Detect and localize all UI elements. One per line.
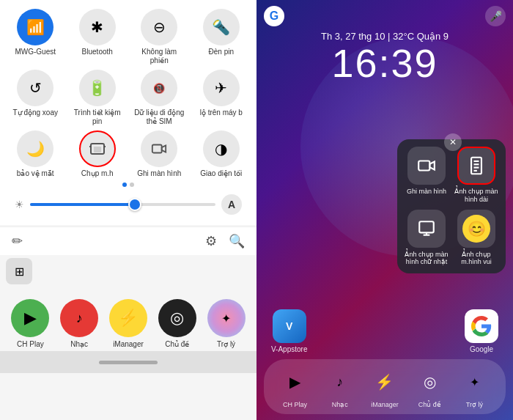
popup-rect-screenshot[interactable]: Ảnh chụp màn hình chữ nhật	[405, 210, 449, 267]
quick-settings-grid: 📶 MWG-Guest ✱ Bluetooth ⊖ Không làm phiề…	[6, 9, 251, 178]
dock-music-label: Nhạc	[332, 401, 348, 408]
search-icon[interactable]: 🔍	[229, 233, 245, 249]
imanager-label: iManager	[113, 340, 144, 348]
qs-screen-guard-label: bảo vệ mắt	[17, 169, 54, 178]
qs-dark-mode[interactable]: ◑ Giao diện tối	[192, 130, 251, 178]
top-apps-row: V V-Appstore Google	[256, 309, 513, 353]
qs-dnd-label: Không làm phiền	[133, 48, 185, 65]
popup-long-screenshot[interactable]: Ảnh chụp màn hình dài	[454, 147, 498, 204]
flashlight-icon: 🔦	[203, 9, 240, 45]
screenshot-icon	[79, 130, 116, 167]
app-music[interactable]: ♪ Nhạc	[60, 299, 98, 348]
qs-record-label: Ghi màn hình	[137, 169, 181, 178]
vappstore-icon: V	[273, 309, 306, 343]
google-item[interactable]: Google	[465, 309, 498, 353]
music-icon: ♪	[60, 299, 98, 337]
dock-imanager[interactable]: ⚡ iManager	[368, 365, 402, 408]
record-icon	[141, 130, 177, 167]
qs-battery-saver[interactable]: 🔋 Trình tiết kiệm pin	[68, 70, 128, 126]
rect-screenshot-label: Ảnh chụp màn hình chữ nhật	[405, 251, 449, 267]
brightness-low-icon: ☀	[15, 199, 24, 210]
mobile-data-icon: 📵	[141, 70, 177, 106]
edit-icon[interactable]: ✏	[12, 233, 23, 249]
widget-area: ⊞	[0, 255, 256, 287]
svg-rect-1	[94, 147, 101, 152]
widget-icon[interactable]: ⊞	[6, 258, 32, 284]
page-dots	[6, 183, 251, 187]
svg-rect-4	[152, 145, 162, 153]
dock-assistant[interactable]: ✦ Trợ lý	[457, 365, 491, 408]
qs-wifi[interactable]: 📶 MWG-Guest	[6, 9, 65, 65]
app-theme[interactable]: ◎ Chủ đề	[158, 299, 196, 348]
autorotate-icon: ↺	[17, 70, 53, 106]
left-panel: 📶 MWG-Guest ✱ Bluetooth ⊖ Không làm phiề…	[0, 0, 256, 420]
google-app-icon	[465, 309, 498, 343]
screen-guard-icon: 🌙	[17, 130, 53, 167]
assistant-icon: ✦	[207, 299, 246, 337]
dot-2	[130, 183, 134, 187]
qs-wifi-label: MWG-Guest	[15, 48, 56, 56]
dot-1	[122, 183, 127, 187]
qs-bluetooth-label: Bluetooth	[82, 48, 113, 56]
rect-screenshot-icon	[407, 210, 446, 248]
qs-cast[interactable]: ✈ lộ trên máy b	[192, 70, 251, 126]
dock-chplay[interactable]: ▶ CH Play	[278, 365, 312, 408]
qs-dark-label: Giao diện tối	[200, 169, 242, 178]
cast-icon: ✈	[203, 70, 240, 106]
brightness-fill	[30, 203, 132, 206]
svg-rect-11	[419, 221, 434, 232]
bluetooth-icon: ✱	[79, 9, 116, 45]
brightness-slider[interactable]	[30, 203, 215, 206]
assistant-label: Trợ lý	[217, 340, 235, 348]
close-popup-button[interactable]: ✕	[444, 133, 462, 151]
right-bottom-area: V V-Appstore Google	[256, 309, 513, 420]
dock-chplay-label: CH Play	[283, 401, 307, 408]
long-screenshot-label: Ảnh chụp màn hình dài	[454, 188, 498, 204]
imanager-icon: ⚡	[109, 299, 147, 337]
bottom-nav-bar	[0, 351, 256, 373]
popup-screen-record[interactable]: Ghi màn hình	[405, 147, 449, 204]
qs-screen-guard[interactable]: 🌙 bảo vệ mắt	[6, 130, 65, 178]
mic-icon[interactable]: 🎤	[485, 6, 506, 26]
brightness-thumb	[128, 198, 141, 211]
dock-music-icon: ♪	[323, 365, 357, 399]
fun-screenshot-label: Ảnh chụp m.hình vui	[454, 251, 498, 267]
battery-saver-icon: 🔋	[79, 70, 116, 106]
dock-theme-icon: ◎	[413, 365, 446, 399]
wifi-icon: 📶	[17, 9, 53, 45]
music-label: Nhạc	[70, 340, 88, 348]
screenshot-popup: Ghi màn hình Ảnh chụp màn hình dài ✕	[397, 139, 506, 273]
google-logo[interactable]: G	[264, 6, 284, 26]
qs-autorotate-label: Tự động xoay	[13, 108, 58, 117]
qs-screenshot[interactable]: Chụp m.h	[68, 130, 128, 178]
date-display: Th 3, 27 thg 10 | 32°C Quận 9	[256, 31, 513, 42]
app-assistant[interactable]: ✦ Trợ lý	[207, 299, 246, 348]
qs-mobile-data[interactable]: 📵 Dữ liệu di động thẻ SIM	[130, 70, 189, 126]
qs-bluetooth[interactable]: ✱ Bluetooth	[68, 9, 128, 65]
qs-battery-label: Trình tiết kiệm pin	[72, 108, 123, 126]
dnd-icon: ⊖	[141, 9, 177, 45]
dock-chplay-icon: ▶	[278, 365, 312, 399]
dock-music[interactable]: ♪ Nhạc	[323, 365, 357, 408]
popup-fun-screenshot[interactable]: 😊 Ảnh chụp m.hình vui	[454, 210, 498, 267]
app-dock-inner: ▶ CH Play ♪ Nhạc ⚡ iManager ◎ Chủ đề ✦ T…	[0, 287, 256, 351]
qs-dnd[interactable]: ⊖ Không làm phiền	[130, 9, 189, 65]
quick-settings-panel: 📶 MWG-Guest ✱ Bluetooth ⊖ Không làm phiề…	[0, 0, 256, 225]
vappstore-item[interactable]: V V-Appstore	[271, 309, 307, 353]
auto-brightness-button[interactable]: A	[221, 194, 242, 215]
dock-imanager-icon: ⚡	[368, 365, 402, 399]
phone-background: G 🎤 Th 3, 27 thg 10 | 32°C Quận 9 16:39 …	[256, 0, 513, 420]
screen-record-icon	[407, 147, 446, 185]
screen-record-label: Ghi màn hình	[407, 188, 446, 196]
app-imanager[interactable]: ⚡ iManager	[109, 299, 147, 348]
qs-record[interactable]: Ghi màn hình	[130, 130, 189, 178]
vappstore-label: V-Appstore	[271, 345, 307, 353]
qs-flashlight[interactable]: 🔦 Đèn pin	[192, 9, 251, 65]
qs-autorotate[interactable]: ↺ Tự động xoay	[6, 70, 65, 126]
settings-icon[interactable]: ⚙	[205, 233, 217, 249]
chplay-icon: ▶	[11, 299, 49, 337]
dock-theme[interactable]: ◎ Chủ đề	[413, 365, 446, 408]
app-chplay[interactable]: ▶ CH Play	[11, 299, 49, 348]
status-bar: G 🎤	[256, 0, 513, 29]
brightness-control: ☀ A	[6, 190, 251, 219]
